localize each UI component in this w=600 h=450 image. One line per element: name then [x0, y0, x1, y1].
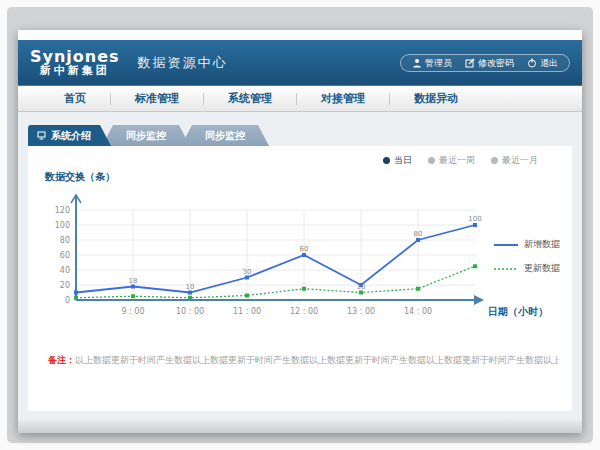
app-header: Synjones 新中新集团 数据资源中心 管理员 修改密码 退出 — [18, 40, 582, 86]
legend-item-new-data: 新增数据 — [494, 238, 560, 251]
data-point — [74, 296, 78, 300]
user-menu-admin[interactable]: 管理员 — [412, 57, 452, 70]
power-icon — [527, 58, 537, 68]
edit-icon — [465, 58, 475, 68]
radio-icon — [428, 157, 435, 164]
data-point — [188, 296, 192, 300]
change-password-label: 修改密码 — [478, 57, 514, 70]
logout-label: 退出 — [540, 57, 558, 70]
data-point — [131, 285, 135, 289]
nav-item-home[interactable]: 首页 — [40, 91, 110, 106]
chart-panel: 当日 最近一周 最近一月 数据交换（条） 0204060801001209 : … — [28, 146, 572, 411]
blue-line-sample-icon — [494, 242, 518, 248]
tab-system-intro[interactable]: 系统介绍 — [28, 125, 111, 146]
green-dotted-sample-icon — [494, 266, 518, 272]
data-label: 10 — [357, 283, 366, 291]
x-tick-label: 10 : 00 — [176, 307, 204, 316]
filter-today-label: 当日 — [394, 154, 412, 167]
data-point — [359, 291, 363, 295]
y-tick-label: 40 — [60, 266, 70, 275]
data-label: 18 — [129, 277, 138, 285]
filter-last-month-label: 最近一月 — [502, 154, 538, 167]
time-range-filters: 当日 最近一周 最近一月 — [383, 154, 538, 167]
data-point — [74, 291, 78, 295]
main-nav: 首页 标准管理 系统管理 对接管理 数据异动 — [18, 86, 582, 112]
app-window: Synjones 新中新集团 数据资源中心 管理员 修改密码 退出 首页 标准管… — [18, 30, 582, 433]
x-tick-label: 9 : 00 — [121, 307, 144, 316]
user-icon — [412, 58, 422, 68]
tab-sync-monitor-1[interactable]: 同步监控 — [102, 125, 190, 146]
data-point — [416, 287, 420, 291]
y-tick-label: 100 — [55, 221, 70, 230]
monitor-icon — [37, 131, 46, 140]
note-text: 以上数据更新于时间产生数据以上数据更新于时间产生数据以上数据更新于时间产生数据以… — [75, 355, 558, 365]
brand-name: Synjones — [30, 48, 120, 66]
filter-today[interactable]: 当日 — [383, 154, 412, 167]
logout-button[interactable]: 退出 — [527, 57, 558, 70]
line-chart: 0204060801001209 : 0010 : 0011 : 0012 : … — [36, 188, 566, 326]
x-tick-label: 13 : 00 — [347, 307, 375, 316]
x-axis-arrow-icon — [474, 295, 484, 305]
legend-new-data-label: 新增数据 — [524, 238, 560, 251]
x-axis-title: 日期（小时） — [488, 306, 548, 317]
content-area: 系统介绍 同步监控 同步监控 当日 最近一周 — [18, 112, 582, 433]
data-point — [302, 253, 306, 257]
y-axis-title: 数据交换（条） — [45, 170, 115, 184]
data-label: 80 — [414, 230, 423, 238]
nav-item-data-change[interactable]: 数据异动 — [390, 91, 482, 106]
data-point — [416, 238, 420, 242]
tab-sync-monitor-1-label: 同步监控 — [126, 130, 166, 141]
footer-note: 备注：以上数据更新于时间产生数据以上数据更新于时间产生数据以上数据更新于时间产生… — [48, 354, 558, 367]
data-point — [473, 264, 477, 268]
brand-company: 新中新集团 — [40, 65, 110, 77]
filter-last-month[interactable]: 最近一月 — [491, 154, 538, 167]
data-point — [302, 287, 306, 291]
data-point — [245, 276, 249, 280]
y-tick-label: 0 — [65, 296, 70, 305]
y-tick-label: 60 — [60, 251, 70, 260]
legend-item-updated-data: 更新数据 — [494, 262, 560, 275]
tab-sync-monitor-2-label: 同步监控 — [205, 130, 245, 141]
radio-icon — [491, 157, 498, 164]
nav-item-interface-mgmt[interactable]: 对接管理 — [297, 91, 389, 106]
y-tick-label: 120 — [55, 206, 70, 215]
data-label: 30 — [243, 268, 252, 276]
data-label: 100 — [468, 215, 481, 223]
data-point — [473, 223, 477, 227]
data-point — [131, 294, 135, 298]
card-bottom-strip — [18, 418, 582, 433]
nav-item-system-mgmt[interactable]: 系统管理 — [204, 91, 296, 106]
data-point — [188, 291, 192, 295]
user-menu-admin-label: 管理员 — [425, 57, 452, 70]
note-label: 备注： — [48, 355, 75, 365]
page-title: 数据资源中心 — [138, 54, 228, 72]
tab-system-intro-label: 系统介绍 — [51, 125, 91, 146]
filter-last-week-label: 最近一周 — [439, 154, 475, 167]
x-tick-label: 12 : 00 — [290, 307, 318, 316]
user-menu: 管理员 修改密码 退出 — [400, 54, 570, 72]
card-top-strip — [18, 30, 582, 40]
nav-item-standard-mgmt[interactable]: 标准管理 — [111, 91, 203, 106]
tab-sync-monitor-2[interactable]: 同步监控 — [181, 125, 269, 146]
chart-legend: 新增数据 更新数据 — [494, 236, 560, 277]
legend-updated-data-label: 更新数据 — [524, 262, 560, 275]
data-point — [245, 294, 249, 298]
brand-logo: Synjones 新中新集团 — [30, 48, 120, 78]
chart-container: 0204060801001209 : 0010 : 0011 : 0012 : … — [36, 188, 566, 330]
data-label: 10 — [186, 283, 195, 291]
radio-selected-icon — [383, 157, 390, 164]
x-tick-label: 11 : 00 — [233, 307, 261, 316]
y-tick-label: 20 — [60, 281, 70, 290]
data-label: 60 — [300, 245, 309, 253]
change-password-button[interactable]: 修改密码 — [465, 57, 514, 70]
x-tick-label: 14 : 00 — [404, 307, 432, 316]
y-tick-label: 80 — [60, 236, 70, 245]
filter-last-week[interactable]: 最近一周 — [428, 154, 475, 167]
tab-bar: 系统介绍 同步监控 同步监控 — [28, 125, 582, 146]
